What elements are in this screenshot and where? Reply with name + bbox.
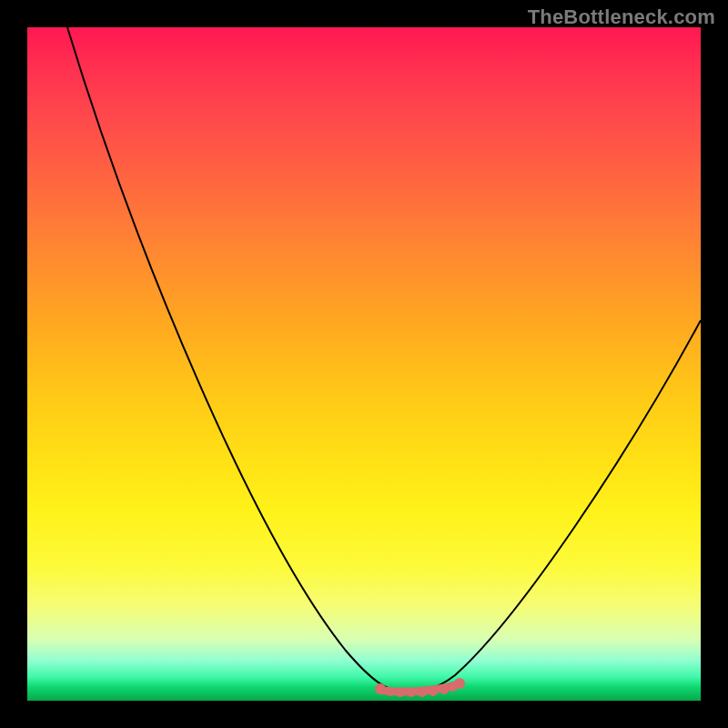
- optimal-marker: [375, 683, 386, 694]
- chart-frame: TheBottleneck.com: [0, 0, 728, 728]
- watermark-text: TheBottleneck.com: [528, 5, 715, 29]
- chart-overlay: [27, 27, 701, 701]
- optimal-marker: [386, 687, 395, 696]
- optimal-marker: [396, 688, 405, 697]
- optimal-marker: [407, 688, 416, 697]
- optimal-marker: [418, 688, 427, 697]
- optimal-marker: [440, 685, 449, 694]
- bottleneck-curve: [67, 27, 701, 693]
- optimal-marker: [454, 678, 465, 689]
- optimal-marker: [429, 687, 438, 696]
